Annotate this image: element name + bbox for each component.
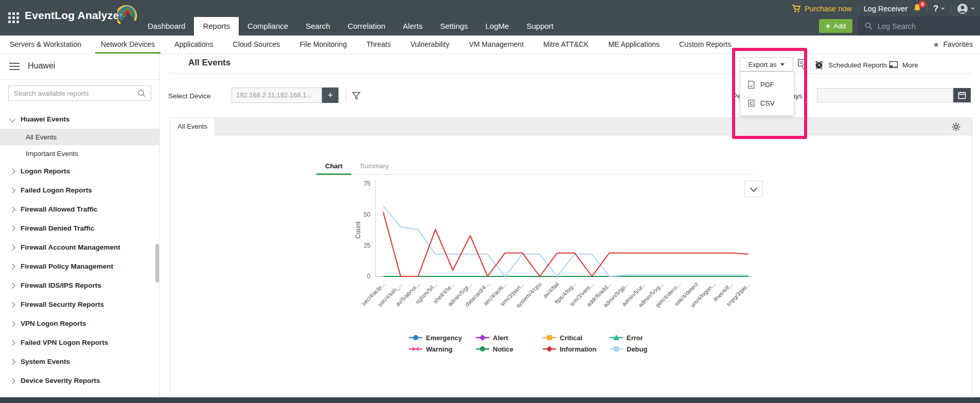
sidebar-header: Huawei — [0, 54, 159, 80]
help-menu-button[interactable]: ? — [933, 4, 945, 13]
tree-leaf-important-events[interactable]: Important Events — [0, 145, 159, 162]
more-button[interactable]: More — [889, 58, 918, 72]
legend-label: Warning — [426, 345, 453, 353]
log-search-placeholder: Log Search — [878, 22, 916, 30]
topnav-item-alerts[interactable]: Alerts — [394, 17, 431, 36]
tree-node-failed-logon-reports[interactable]: Failed Logon Reports — [0, 181, 159, 200]
legend-label: Alert — [493, 334, 508, 342]
tab-all-events[interactable]: All Events — [170, 118, 215, 135]
export-menu-item-pdf[interactable]: PDF — [740, 75, 794, 94]
topnav-item-support[interactable]: Support — [518, 17, 562, 36]
tree-node-failed-vpn-logon-reports[interactable]: Failed VPN Logon Reports — [0, 333, 159, 352]
series-line-information — [383, 212, 749, 276]
tree-node-label: System Events — [21, 358, 70, 365]
tree-node-label: VPN Logon Reports — [21, 320, 86, 327]
sidebar-scrollbar[interactable] — [155, 244, 159, 283]
tree-node-label: Firewall Policy Management — [21, 262, 113, 270]
add-button[interactable]: + Add — [819, 19, 852, 33]
tree-node-firewall-denied-traffic[interactable]: Firewall Denied Traffic — [0, 219, 159, 238]
purchase-now-button[interactable]: Purchase now — [792, 5, 852, 13]
y-tick-label: 0 — [367, 273, 370, 280]
export-menu-item-csv[interactable]: CCSV — [740, 94, 794, 112]
legend-item-information[interactable]: Information — [543, 345, 597, 353]
topnav-item-settings[interactable]: Settings — [431, 17, 476, 36]
log-search-input[interactable]: Log Search — [858, 16, 980, 36]
legend-item-emergency[interactable]: Emergency — [409, 334, 462, 342]
scheduled-reports-button[interactable]: Scheduled Reports — [814, 58, 887, 72]
subnav-item-custom-reports[interactable]: Custom Reports — [669, 36, 741, 54]
tree-node-vpn-logon-reports[interactable]: VPN Logon Reports — [0, 314, 159, 333]
legend-item-critical[interactable]: Critical — [543, 334, 582, 342]
divider — [810, 58, 811, 71]
filter-funnel-icon[interactable] — [352, 92, 361, 100]
legend-item-error[interactable]: Error — [610, 334, 643, 342]
chevron-right-icon — [9, 244, 15, 250]
tree-node-label: Failed VPN Logon Reports — [21, 339, 108, 346]
legend-item-notice[interactable]: Notice — [476, 345, 513, 353]
calendar-icon — [958, 91, 966, 99]
legend-marker — [413, 335, 418, 340]
legend-marker — [546, 346, 553, 352]
tree-node-label: Failed Logon Reports — [21, 186, 92, 194]
topnav-item-logme[interactable]: LogMe — [477, 17, 518, 36]
legend-item-debug[interactable]: Debug — [610, 345, 648, 353]
chevron-right-icon — [9, 264, 15, 269]
legend-marker — [413, 347, 419, 351]
export-menu-item-label: CSV — [760, 99, 775, 107]
calendar-button[interactable] — [953, 88, 971, 102]
tree-node-logon-reports[interactable]: Logon Reports — [0, 162, 159, 181]
tree-leaf-all-events[interactable]: All Events — [0, 129, 159, 145]
sidebar-search-input[interactable]: Search available reports — [8, 85, 151, 101]
tree-node-device-severity-reports[interactable]: Device Severity Reports — [0, 371, 159, 390]
legend-marker — [614, 346, 619, 352]
tree-node-firewall-account-management[interactable]: Firewall Account Management — [0, 238, 159, 257]
subnav-item-applications[interactable]: Applications — [165, 36, 223, 54]
tree-node-firewall-ids-ips-reports[interactable]: Firewall IDS/IPS Reports — [0, 276, 159, 295]
topnav-item-reports[interactable]: Reports — [194, 17, 239, 36]
purchase-now-label: Purchase now — [805, 5, 852, 13]
help-label: ? — [933, 4, 938, 13]
notifications-button[interactable]: 5 — [913, 4, 921, 14]
subnav-item-me-applications[interactable]: ME Applications — [598, 36, 669, 54]
export-schedule-icon[interactable] — [797, 59, 808, 70]
add-device-button[interactable]: + — [322, 87, 338, 103]
subnav-item-vm-management[interactable]: VM Management — [459, 36, 533, 54]
csv-file-icon: C — [747, 99, 755, 108]
divider — [927, 5, 928, 13]
app-grid-icon[interactable] — [8, 12, 20, 24]
search-icon — [137, 89, 146, 97]
tree-node-system-events[interactable]: System Events — [0, 352, 159, 371]
tree-node-firewall-security-reports[interactable]: Firewall Security Reports — [0, 295, 159, 314]
topnav-item-correlation[interactable]: Correlation — [339, 17, 394, 36]
topnav-item-search[interactable]: Search — [297, 17, 339, 36]
subnav-item-file-monitoring[interactable]: File Monitoring — [290, 36, 357, 54]
legend-item-warning[interactable]: Warning — [409, 345, 453, 353]
top-bar-right: Purchase now Log Receiver 5 ? — [792, 3, 975, 15]
subnav-item-threats[interactable]: Threats — [357, 36, 400, 54]
tree-node-firewall-policy-management[interactable]: Firewall Policy Management — [0, 257, 159, 276]
subnav-item-servers-workstation[interactable]: Servers & Workstation — [0, 36, 91, 54]
tree-node-label: Logon Reports — [21, 167, 70, 175]
tree-node-huawei-events[interactable]: Huawei Events — [0, 110, 159, 129]
user-menu-button[interactable] — [957, 3, 975, 14]
subnav-item-network-devices[interactable]: Network Devices — [91, 36, 165, 54]
export-as-button[interactable]: Export as — [740, 57, 793, 72]
hamburger-menu-icon[interactable] — [9, 63, 20, 72]
topnav-item-compliance[interactable]: Compliance — [239, 17, 297, 36]
log-receiver-link[interactable]: Log Receiver — [864, 5, 907, 13]
svg-text:C: C — [750, 101, 753, 106]
favorites-button[interactable]: ★ Favorites — [933, 36, 973, 54]
legend-label: Debug — [627, 345, 648, 353]
chevron-right-icon — [9, 321, 15, 326]
legend-item-alert[interactable]: Alert — [476, 334, 508, 342]
topnav-item-dashboard[interactable]: Dashboard — [139, 17, 194, 36]
divider — [346, 89, 346, 102]
device-input[interactable]: 192.168.2.11,192.168.1... — [231, 87, 322, 103]
tree-node-firewall-allowed-traffic[interactable]: Firewall Allowed Traffic — [0, 200, 159, 219]
subnav-item-vulnerability[interactable]: Vulnerability — [401, 36, 459, 54]
gear-icon[interactable] — [952, 122, 960, 131]
scheduled-reports-label: Scheduled Reports — [828, 61, 887, 69]
subnav-item-cloud-sources[interactable]: Cloud Sources — [223, 36, 290, 54]
subnav-item-mitre-att-ck[interactable]: Mitre ATT&CK — [533, 36, 598, 54]
date-range-input[interactable] — [817, 88, 953, 102]
